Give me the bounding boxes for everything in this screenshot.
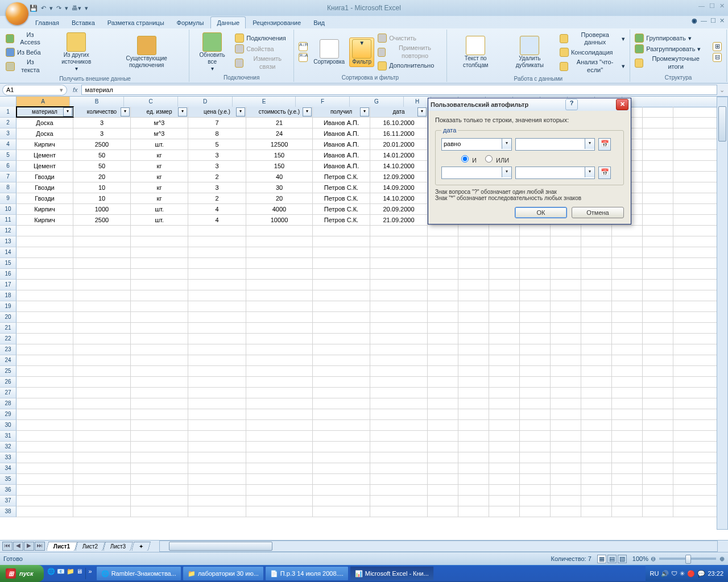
cell[interactable] [16,344,73,355]
cell[interactable] [458,442,489,452]
cell[interactable] [131,474,188,484]
cell[interactable] [458,226,489,236]
cell[interactable]: шт. [131,204,188,214]
cell[interactable] [643,139,673,149]
cell[interactable] [188,236,246,247]
zoom-slider[interactable] [659,558,716,560]
tab-formulas[interactable]: Формулы [171,17,210,28]
cell[interactable] [489,280,520,290]
cell[interactable] [581,247,612,257]
cell[interactable]: м^3 [131,128,188,139]
cell[interactable] [313,312,370,322]
cell[interactable] [313,474,370,484]
cell[interactable] [188,409,246,419]
cell[interactable] [313,420,370,430]
cell[interactable]: 16.11.2000 [370,128,428,139]
col-header-D[interactable]: D [178,97,233,107]
row-header[interactable]: 5 [0,150,16,161]
cell[interactable] [370,334,428,344]
sort-asc[interactable]: А↓Я [297,41,309,52]
cell[interactable]: 14.01.2000 [370,150,428,160]
cell[interactable]: кг [131,172,188,182]
cell[interactable] [581,442,612,452]
from-web[interactable]: Из Веба [5,47,45,57]
cell[interactable]: дата▾ [370,107,428,117]
cell[interactable]: 3 [188,182,246,193]
cell[interactable] [428,474,458,484]
cell[interactable] [520,301,551,311]
cell[interactable] [246,409,313,419]
cell[interactable] [643,366,673,376]
cell[interactable] [131,355,188,365]
cell[interactable] [246,474,313,484]
ok-button[interactable]: ОК [515,207,567,218]
cell[interactable] [520,269,551,279]
reapply-filter[interactable]: Применить повторно [377,44,442,60]
cell[interactable] [188,258,246,268]
cell[interactable]: 10 [73,193,131,203]
cell[interactable] [458,301,489,311]
sheet-tab-3[interactable]: Лист3 [103,542,134,551]
cell[interactable] [643,496,673,506]
cell[interactable]: шт. [131,139,188,149]
filter-dropdown-icon[interactable]: ▾ [303,107,312,117]
cell[interactable] [188,323,246,333]
consolidate[interactable]: Консолидация [559,47,626,57]
cell[interactable] [131,485,188,495]
cell[interactable] [643,128,673,139]
cell[interactable] [313,280,370,290]
cell[interactable] [370,506,428,517]
filter-val2[interactable]: ▾ [515,167,595,179]
cell[interactable] [131,398,188,409]
start-button[interactable]: ⊞ пуск [0,565,44,582]
cell[interactable] [612,496,643,506]
cell[interactable] [520,226,551,236]
cell[interactable] [16,398,73,409]
row-header[interactable]: 18 [0,290,16,301]
cell[interactable] [489,323,520,333]
sort-desc[interactable]: Я↓А [297,52,309,63]
cell[interactable] [313,366,370,376]
row-header[interactable]: 37 [0,496,16,506]
cell[interactable]: 150 [246,161,313,171]
cell[interactable] [428,463,458,473]
remove-dup[interactable]: Удалить дубликаты [503,35,556,70]
cell[interactable]: 2 [188,172,246,182]
cell[interactable] [370,442,428,452]
cell[interactable] [489,355,520,365]
existing-conn[interactable]: Существующие подключения [107,35,185,70]
cell[interactable] [489,269,520,279]
cell[interactable] [246,366,313,376]
cell[interactable] [489,409,520,419]
cell[interactable]: 10 [73,182,131,193]
cell[interactable] [520,506,551,517]
cell[interactable] [246,323,313,333]
office-button[interactable] [6,2,28,25]
cell[interactable] [16,247,73,257]
cell[interactable]: 2 [188,193,246,203]
advanced-filter[interactable]: Дополнительно [377,61,442,71]
cell[interactable] [551,420,581,430]
cell[interactable] [489,366,520,376]
cell[interactable] [581,463,612,473]
cell[interactable] [428,301,458,311]
cell[interactable] [246,355,313,365]
cell[interactable] [16,323,73,333]
cell[interactable] [16,334,73,344]
zoom-out[interactable]: ⊖ [651,555,656,563]
cell[interactable] [370,474,428,484]
cell[interactable]: Петров С.К. [313,193,370,203]
cell[interactable]: кг [131,182,188,193]
cell[interactable] [458,409,489,419]
cell[interactable] [370,496,428,506]
cell[interactable] [370,323,428,333]
cell[interactable] [313,485,370,495]
cell[interactable] [520,258,551,268]
cell[interactable] [643,301,673,311]
properties[interactable]: Свойства [234,44,290,54]
cell[interactable] [643,323,673,333]
radio-or[interactable]: ИЛИ [482,153,509,164]
cell[interactable]: кг [131,161,188,171]
cell[interactable] [458,452,489,463]
cell[interactable] [73,312,131,322]
